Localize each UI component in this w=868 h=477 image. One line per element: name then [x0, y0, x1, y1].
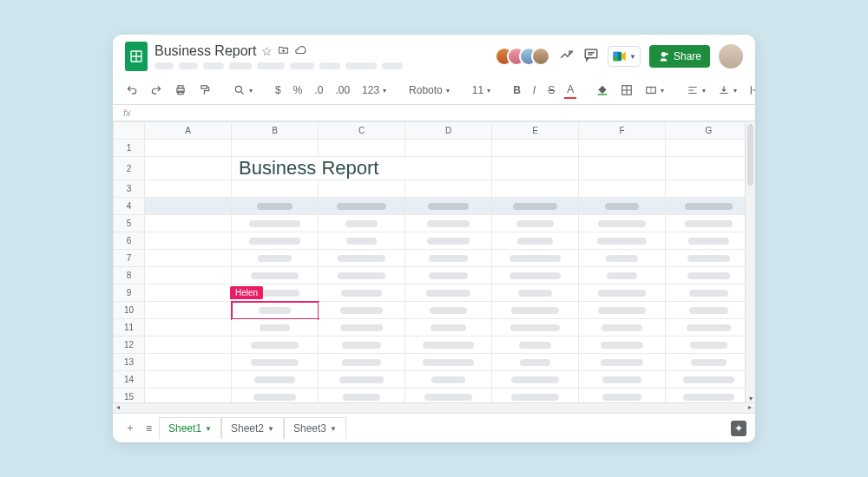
cell[interactable]: [405, 140, 492, 157]
cell[interactable]: [319, 198, 405, 215]
cell[interactable]: [579, 284, 666, 302]
row-header[interactable]: 11: [114, 319, 145, 337]
star-icon[interactable]: ☆: [261, 44, 273, 58]
sheets-logo[interactable]: [125, 42, 148, 71]
cell[interactable]: [579, 157, 666, 180]
cell[interactable]: [492, 284, 579, 302]
cell[interactable]: [232, 319, 319, 337]
cell[interactable]: [319, 389, 405, 403]
cell[interactable]: [492, 267, 579, 284]
borders-icon[interactable]: [618, 82, 635, 98]
cell[interactable]: [319, 354, 405, 371]
cell[interactable]: [666, 389, 753, 403]
row-header[interactable]: 13: [114, 354, 145, 371]
cell[interactable]: [579, 371, 666, 389]
h-align-icon[interactable]: [684, 82, 708, 98]
cell[interactable]: [145, 337, 232, 354]
cell[interactable]: [145, 198, 232, 215]
cell[interactable]: [579, 215, 666, 232]
text-color-button[interactable]: A: [564, 82, 576, 99]
cell[interactable]: [492, 157, 579, 180]
chevron-down-icon[interactable]: ▼: [205, 425, 212, 433]
cell[interactable]: [405, 302, 492, 319]
row-header[interactable]: 3: [114, 180, 145, 198]
percent-icon[interactable]: %: [291, 82, 306, 98]
sheet-tab[interactable]: Sheet3▼: [284, 417, 346, 439]
cell[interactable]: [666, 250, 753, 267]
cell[interactable]: [666, 140, 753, 157]
paint-format-icon[interactable]: [196, 82, 214, 98]
cell[interactable]: [405, 180, 492, 198]
row-header[interactable]: 10: [114, 302, 145, 319]
cell[interactable]: [145, 284, 232, 302]
meet-button[interactable]: ▼: [608, 46, 641, 67]
font-dropdown[interactable]: Roboto: [406, 82, 452, 98]
cell[interactable]: [145, 140, 232, 157]
move-icon[interactable]: [278, 44, 289, 58]
cell[interactable]: [492, 232, 579, 250]
cell[interactable]: [492, 140, 579, 157]
cell[interactable]: [319, 371, 405, 389]
cell[interactable]: [666, 267, 753, 284]
currency-icon[interactable]: $: [273, 82, 284, 98]
column-header[interactable]: B: [232, 122, 319, 140]
cell[interactable]: [145, 250, 232, 267]
cell[interactable]: [405, 354, 492, 371]
row-header[interactable]: 12: [114, 337, 145, 354]
cell[interactable]: [232, 354, 319, 371]
cell[interactable]: [145, 354, 232, 371]
sheet-tab[interactable]: Sheet2▼: [221, 417, 284, 439]
cell[interactable]: [666, 284, 753, 302]
cell[interactable]: [319, 215, 405, 232]
cell[interactable]: [492, 354, 579, 371]
cell[interactable]: [232, 267, 319, 284]
cell[interactable]: [579, 319, 666, 337]
cell[interactable]: [232, 389, 319, 403]
cell[interactable]: [579, 354, 666, 371]
cell[interactable]: [232, 180, 319, 198]
cloud-icon[interactable]: [294, 44, 306, 59]
cell[interactable]: [145, 215, 232, 232]
cell[interactable]: [579, 198, 666, 215]
row-header[interactable]: 7: [114, 250, 145, 267]
v-align-icon[interactable]: [715, 82, 740, 98]
cell[interactable]: Helen: [232, 302, 319, 319]
undo-icon[interactable]: [123, 82, 141, 98]
cell[interactable]: [666, 157, 753, 180]
wrap-icon[interactable]: [746, 82, 755, 98]
cell[interactable]: [405, 215, 492, 232]
cell[interactable]: [666, 371, 753, 389]
cell[interactable]: [579, 389, 666, 403]
font-size-dropdown[interactable]: 11: [470, 82, 493, 98]
row-header[interactable]: 9: [114, 284, 145, 302]
cell[interactable]: [145, 232, 232, 250]
cell[interactable]: [405, 267, 492, 284]
cell[interactable]: [579, 232, 666, 250]
cell[interactable]: [145, 319, 232, 337]
row-header[interactable]: 14: [114, 371, 145, 389]
column-header[interactable]: D: [405, 122, 492, 140]
cell[interactable]: [492, 215, 579, 232]
cell[interactable]: [405, 389, 492, 403]
chevron-down-icon[interactable]: ▼: [330, 425, 337, 433]
cell[interactable]: [492, 319, 579, 337]
cell[interactable]: [319, 232, 405, 250]
cell[interactable]: [145, 302, 232, 319]
decrease-decimal-icon[interactable]: .0: [312, 82, 326, 98]
increase-decimal-icon[interactable]: .00: [332, 82, 352, 98]
cell[interactable]: [232, 371, 319, 389]
cell[interactable]: [579, 267, 666, 284]
cell[interactable]: [319, 284, 405, 302]
sheet-tab[interactable]: Sheet1▼: [159, 417, 221, 439]
cell[interactable]: [319, 302, 405, 319]
formula-bar[interactable]: fx: [113, 105, 755, 121]
bold-button[interactable]: B: [510, 82, 523, 98]
fill-color-icon[interactable]: [594, 82, 611, 98]
cell[interactable]: [232, 250, 319, 267]
comments-icon[interactable]: [583, 47, 599, 66]
cell[interactable]: [666, 215, 753, 232]
cell[interactable]: [492, 180, 579, 198]
cell[interactable]: [405, 198, 492, 215]
cell[interactable]: [666, 180, 753, 198]
more-formats-dropdown[interactable]: 123: [359, 82, 389, 98]
